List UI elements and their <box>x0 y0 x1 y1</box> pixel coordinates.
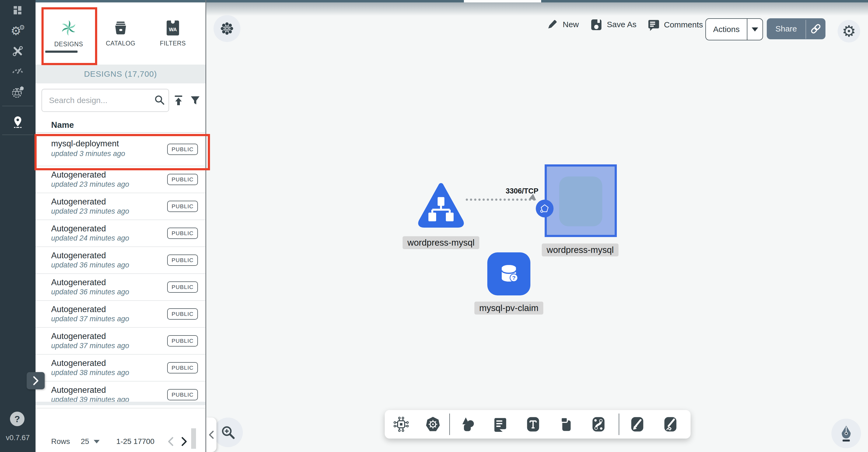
design-list-item[interactable]: Autogenerated updated 23 minutes ago PUB… <box>35 193 206 220</box>
design-name: Autogenerated <box>51 358 106 368</box>
pod-badge[interactable] <box>536 200 554 217</box>
design-list-item[interactable]: Autogenerated updated 24 minutes ago PUB… <box>35 220 206 247</box>
sidebar-item-kanvas[interactable] <box>0 113 35 130</box>
design-list-item[interactable]: mysql-deployment updated 3 minutes ago P… <box>35 133 206 166</box>
toolbar-divider <box>450 414 450 435</box>
sidebar-item-lifecycle[interactable]: ⚙ ⚙ <box>0 23 35 39</box>
help-button[interactable]: ? <box>10 412 25 426</box>
note-tool[interactable] <box>559 417 573 432</box>
rows-per-page-caret[interactable] <box>94 440 100 443</box>
sidebar-item-extensions[interactable] <box>0 84 35 99</box>
gear-small-icon: ⚙ <box>19 24 25 31</box>
chevron-left-icon <box>167 437 174 446</box>
meshery-logo-icon <box>60 19 78 37</box>
pen-swirl-icon <box>664 417 677 432</box>
svg-text:WA: WA <box>169 26 177 32</box>
design-updated-timestamp: updated 37 minutes ago <box>51 342 129 350</box>
settings-button[interactable]: ⚙ <box>838 20 860 42</box>
zoom-in-icon <box>220 425 236 440</box>
pvc-node-label: mysql-pv-claim <box>474 301 543 315</box>
designs-list: mysql-deployment updated 3 minutes ago P… <box>35 133 206 409</box>
gear-icon: ⚙ <box>842 23 856 39</box>
node-deployment-wordpress-mysql[interactable] <box>545 164 617 237</box>
zoom-button[interactable] <box>213 418 243 447</box>
canvas-tools-toolbar <box>385 410 690 439</box>
chevron-left-icon <box>209 430 214 439</box>
copy-link-button[interactable] <box>806 23 826 34</box>
node-service-wordpress-mysql[interactable] <box>417 181 465 231</box>
sidebar-expand-button[interactable] <box>27 372 45 389</box>
actions-button[interactable]: Actions <box>705 18 763 40</box>
design-list-item[interactable]: Autogenerated updated 36 minutes ago PUB… <box>35 274 206 301</box>
relationship-tool[interactable] <box>592 417 605 432</box>
tab-designs[interactable]: DESIGNS <box>46 10 92 56</box>
design-list-item[interactable]: Autogenerated updated 36 minutes ago PUB… <box>35 247 206 274</box>
toolbar-divider <box>619 414 619 435</box>
design-name: Autogenerated <box>51 197 106 206</box>
canvas-menu-button[interactable] <box>214 15 241 42</box>
tab-catalog[interactable]: CATALOG <box>98 10 144 56</box>
list-bottom-band <box>35 402 206 405</box>
pencil-icon <box>546 18 558 31</box>
node-pvc-mysql-pv-claim[interactable]: ? <box>487 252 530 295</box>
next-page-button[interactable] <box>179 436 190 447</box>
draw-freehand-tool[interactable] <box>630 417 644 432</box>
gauge-icon <box>11 63 24 76</box>
text-icon <box>526 417 540 432</box>
search-box <box>41 89 169 112</box>
design-name: Autogenerated <box>51 224 106 233</box>
tab-filters[interactable]: WA FILTERS <box>150 10 196 56</box>
design-updated-timestamp: updated 24 minutes ago <box>51 234 129 243</box>
window-top-strip-notch <box>464 0 541 2</box>
designs-panel: DESIGNS CATALOG WA FILTERS DESIGNS (17,7… <box>35 2 206 452</box>
annotation-tool[interactable] <box>492 417 507 432</box>
design-updated-timestamp: updated 38 minutes ago <box>51 368 129 377</box>
components-tool[interactable] <box>393 416 409 432</box>
version-label: v0.7.67 <box>0 434 35 442</box>
deployment-inner-region <box>559 176 602 226</box>
visibility-badge: PUBLIC <box>167 144 198 155</box>
design-name: Autogenerated <box>51 278 106 287</box>
design-list-item[interactable]: Autogenerated updated 23 minutes ago PUB… <box>35 166 206 193</box>
service-node-label: wordpress-mysql <box>403 236 479 249</box>
sketch-tool[interactable] <box>664 417 677 432</box>
design-list-item[interactable]: Autogenerated updated 37 minutes ago PUB… <box>35 301 206 328</box>
save-as-button[interactable]: Save As <box>590 18 637 31</box>
sidebar-item-performance[interactable] <box>0 62 35 77</box>
actions-dropdown-button[interactable] <box>747 27 763 31</box>
previous-page-button[interactable] <box>165 436 176 447</box>
design-canvas[interactable]: New Save As Comments Actions Share <box>206 2 868 452</box>
whiteboard-pen-button[interactable] <box>831 419 861 448</box>
scrollbar-thumb[interactable] <box>191 428 196 449</box>
persistent-volume-icon: ? <box>494 259 524 289</box>
shapes-tool[interactable] <box>460 416 475 432</box>
sidebar-item-configuration[interactable] <box>0 43 35 59</box>
active-tab-underline <box>45 51 78 53</box>
save-icon <box>590 18 602 31</box>
panel-count-header: DESIGNS (17,700) <box>35 65 206 84</box>
help-label: ? <box>14 414 20 424</box>
chevron-right-icon <box>33 376 39 386</box>
design-list-item[interactable]: Autogenerated updated 37 minutes ago PUB… <box>35 328 206 355</box>
visibility-badge: PUBLIC <box>167 362 198 374</box>
sidebar-divider <box>2 134 33 135</box>
kubernetes-pod-icon <box>539 203 550 214</box>
sidebar-item-dashboard[interactable] <box>0 3 35 18</box>
kubernetes-tool[interactable] <box>425 416 441 432</box>
upload-design-button[interactable] <box>173 94 184 106</box>
design-list-item[interactable]: Autogenerated updated 38 minutes ago PUB… <box>35 355 206 382</box>
design-name: Autogenerated <box>51 304 106 314</box>
rows-per-page-value[interactable]: 25 <box>81 437 89 446</box>
circuit-chip-icon <box>393 416 409 432</box>
panel-collapse-button[interactable] <box>206 418 216 452</box>
visibility-badge: PUBLIC <box>167 201 198 212</box>
share-label: Share <box>767 24 806 33</box>
rows-label: Rows <box>51 437 70 446</box>
search-input[interactable] <box>49 96 153 105</box>
filter-list-button[interactable] <box>190 95 201 106</box>
comments-button[interactable]: Comments <box>647 18 703 31</box>
share-button[interactable]: Share <box>767 18 826 39</box>
text-tool[interactable] <box>526 417 540 432</box>
new-design-button[interactable]: New <box>546 18 579 31</box>
canvas-top-shadow <box>206 2 868 16</box>
